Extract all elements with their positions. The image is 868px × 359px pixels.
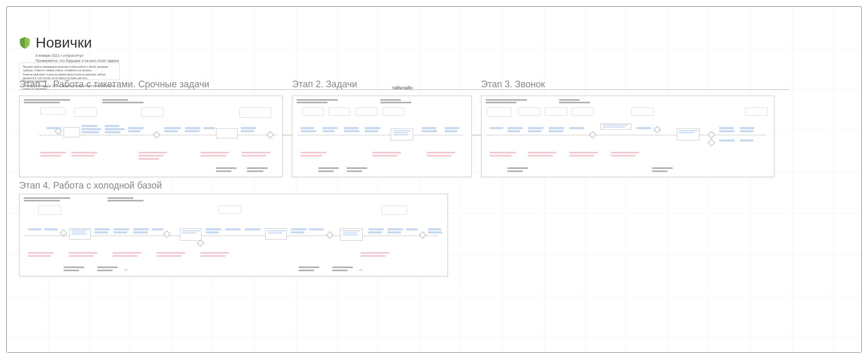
stage-4-frame[interactable]: → → — [19, 194, 448, 276]
intro-note: Процесс работы менеджера включает в себя… — [19, 63, 120, 80]
stage-1-title: Этап 1. Работа с тикетами. Срочные задач… — [19, 79, 209, 90]
note-line-1: Процесс работы менеджера включает в себя… — [23, 65, 116, 72]
arrow-right-icon: → — [123, 267, 128, 272]
stage-4-content: → → — [20, 194, 447, 276]
stage-2-content — [292, 96, 471, 177]
page-header: Новички — [19, 35, 92, 51]
connector-2-3 — [472, 135, 481, 135]
stage-2-frame[interactable] — [292, 96, 472, 177]
canvas-frame[interactable]: Новички 8 января 2021 • отпуск/отгул Про… — [6, 6, 862, 353]
stage-3-title: Этап 3. Звонок — [481, 79, 545, 90]
timeline-line — [19, 89, 789, 90]
arrow-right-icon: → — [358, 267, 363, 272]
stage-2-title: Этап 2. Задачи — [292, 79, 357, 90]
shield-icon — [19, 36, 30, 50]
stage-3-frame[interactable] — [481, 96, 774, 177]
subtitle-line-1: 8 января 2021 • отпуск/отгул — [36, 53, 119, 58]
stage-4-title: Этап 4. Работа с холодной базой — [19, 180, 162, 191]
page-subtitle: 8 января 2021 • отпуск/отгул Проверяется… — [36, 53, 119, 64]
stage-1-frame[interactable] — [19, 96, 283, 177]
stage-1-content — [20, 96, 282, 177]
connector-1-2 — [283, 135, 292, 135]
page-title: Новички — [36, 35, 92, 51]
stage-3-content — [482, 96, 774, 177]
